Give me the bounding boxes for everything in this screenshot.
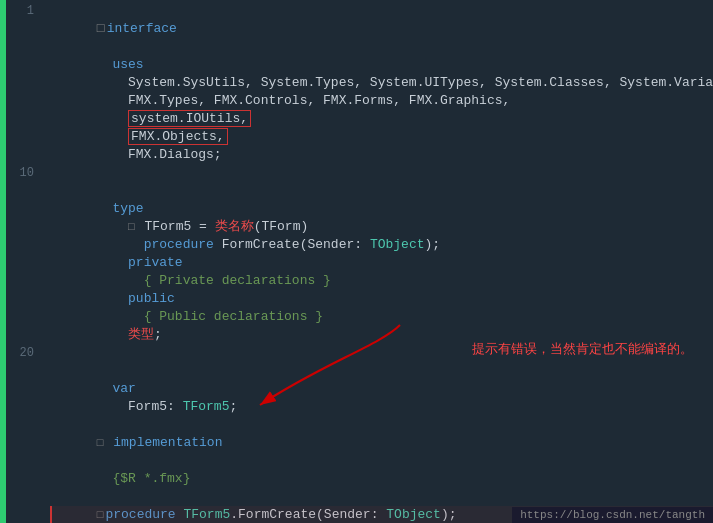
ln-23 [6, 398, 34, 416]
ln-29 [6, 506, 34, 523]
ln-16 [6, 272, 34, 290]
ln-22 [6, 380, 34, 398]
code-line-4: System.SysUtils, System.Types, System.UI… [50, 56, 713, 74]
code-line-27 [50, 470, 713, 488]
ln-19 [6, 326, 34, 344]
code-line-5: FMX.Types, FMX.Controls, FMX.Forms, FMX.… [50, 74, 713, 92]
ln-25 [6, 434, 34, 452]
code-line-23 [50, 398, 713, 416]
code-line-8: FMX.Dialogs; [50, 128, 713, 146]
ln-14 [6, 236, 34, 254]
ln-4 [6, 56, 34, 74]
url-text: https://blog.csdn.net/tangth [520, 509, 705, 521]
ln-28 [6, 488, 34, 506]
ln-2 [6, 20, 34, 38]
ln-1: 1 [6, 2, 34, 20]
code-line-15: { Private declarations } [50, 254, 713, 272]
editor-container: 1 10 20 30 31 □interfa [0, 0, 713, 523]
ln-20: 20 [6, 344, 34, 362]
code-line-6: system.IOUtils, [50, 92, 713, 110]
code-area[interactable]: □interface uses System.SysUtils, System.… [42, 0, 713, 523]
line-numbers: 1 10 20 30 31 [6, 0, 42, 523]
bottom-bar: https://blog.csdn.net/tangth [512, 507, 713, 523]
code-line-9 [50, 146, 713, 164]
code-line-13: procedure FormCreate(Sender: TObject); [50, 218, 713, 236]
ln-13 [6, 218, 34, 236]
ln-12 [6, 200, 34, 218]
code-line-17: { Public declarations } [50, 290, 713, 308]
annotation-text: 提示有错误，当然肯定也不能编译的。 [472, 340, 693, 358]
ln-6 [6, 92, 34, 110]
ln-5 [6, 74, 34, 92]
code-line-25 [50, 434, 713, 452]
ln-17 [6, 290, 34, 308]
code-line-21: var [50, 362, 713, 380]
annotation: 提示有错误，当然肯定也不能编译的。 [472, 340, 693, 358]
code-line-16: public [50, 272, 713, 290]
ln-21 [6, 362, 34, 380]
code-line-10 [50, 164, 713, 182]
ln-9 [6, 146, 34, 164]
code-line-7: FMX.Objects, [50, 110, 713, 128]
ln-18 [6, 308, 34, 326]
code-line-22: Form5: TForm5; [50, 380, 713, 398]
code-line-1: □interface [50, 2, 713, 20]
ln-26 [6, 452, 34, 470]
code-line-26: {$R *.fmx} [50, 452, 713, 470]
code-line-14: private [50, 236, 713, 254]
code-line-18: 类型; [50, 308, 713, 326]
ln-24 [6, 416, 34, 434]
ln-27 [6, 470, 34, 488]
ln-7 [6, 110, 34, 128]
ln-10: 10 [6, 164, 34, 182]
ln-11 [6, 182, 34, 200]
ln-8 [6, 128, 34, 146]
code-line-24: □ implementation [50, 416, 713, 434]
code-line-11: type [50, 182, 713, 200]
ln-15 [6, 254, 34, 272]
code-line-2 [50, 20, 713, 38]
code-line-3: uses [50, 38, 713, 56]
code-line-28: □procedure TForm5.FormCreate(Sender: TOb… [50, 488, 713, 506]
code-line-12: □ TForm5 = 类名称(TForm) [50, 200, 713, 218]
ln-3 [6, 38, 34, 56]
